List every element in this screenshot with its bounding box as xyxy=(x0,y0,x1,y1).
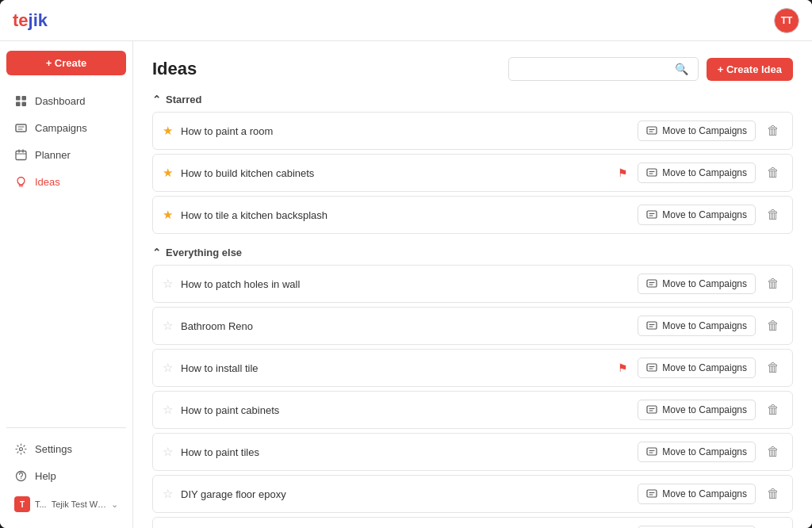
delete-button[interactable]: 🗑 xyxy=(764,274,783,294)
svg-rect-4 xyxy=(16,124,26,132)
svg-rect-14 xyxy=(647,364,657,371)
star-filled-icon[interactable]: ★ xyxy=(163,124,173,138)
sidebar-item-help[interactable]: Help xyxy=(6,463,126,488)
sidebar-item-planner[interactable]: Planner xyxy=(6,142,126,167)
delete-button[interactable]: 🗑 xyxy=(764,442,783,462)
star-empty-icon[interactable]: ☆ xyxy=(163,487,173,501)
workspace-row[interactable]: T T... Tejik Test Wo... ⌄ xyxy=(6,490,126,518)
list-item: ☆ How to paint cabinets Move to Campaign… xyxy=(152,391,793,429)
svg-rect-10 xyxy=(647,169,657,176)
delete-button[interactable]: 🗑 xyxy=(764,484,783,504)
delete-button[interactable]: 🗑 xyxy=(764,358,783,378)
list-item: ★ How to tile a kitchen backsplash Move … xyxy=(152,196,793,234)
campaigns-icon xyxy=(646,209,657,220)
campaigns-icon xyxy=(646,488,657,499)
sidebar-item-label-dashboard: Dashboard xyxy=(35,95,86,107)
move-to-campaigns-button[interactable]: Move to Campaigns xyxy=(638,400,756,420)
star-empty-icon[interactable]: ☆ xyxy=(163,319,173,333)
workspace-icon: T xyxy=(14,496,30,512)
idea-title: How to patch holes in wall xyxy=(181,278,617,290)
idea-title: Bathroom Reno xyxy=(181,320,617,332)
other-ideas-list: ☆ How to patch holes in wall Move to Cam… xyxy=(152,265,793,528)
idea-title: DIY garage floor epoxy xyxy=(181,488,617,500)
lightbulb-icon xyxy=(14,175,27,188)
move-to-campaigns-button[interactable]: Move to Campaigns xyxy=(638,358,756,378)
starred-ideas-list: ★ How to paint a room Move to Campaigns … xyxy=(152,112,793,234)
chevron-up-icon: ⌃ xyxy=(152,94,161,105)
idea-title: How to paint cabinets xyxy=(181,404,617,416)
app-body: + Create Dashboard xyxy=(0,41,812,528)
campaigns-icon xyxy=(646,167,657,178)
star-empty-icon[interactable]: ☆ xyxy=(163,445,173,459)
svg-point-8 xyxy=(20,477,21,478)
delete-button[interactable]: 🗑 xyxy=(764,205,783,225)
sidebar-item-settings[interactable]: Settings xyxy=(6,436,126,461)
nav-items: Dashboard Campaigns xyxy=(6,88,126,419)
svg-rect-9 xyxy=(647,127,657,134)
idea-title: How to paint tiles xyxy=(181,446,617,458)
svg-rect-13 xyxy=(647,322,657,329)
list-item: ☆ Bathroom Reno Move to Campaigns 🗑 xyxy=(152,307,793,345)
sidebar-item-ideas[interactable]: Ideas xyxy=(6,169,126,194)
move-to-campaigns-button[interactable]: Move to Campaigns xyxy=(638,121,756,141)
list-item: ☆ How to patch holes in wall Move to Cam… xyxy=(152,265,793,303)
avatar[interactable]: TT xyxy=(774,8,799,33)
sidebar-item-dashboard[interactable]: Dashboard xyxy=(6,88,126,113)
chevron-up-icon: ⌃ xyxy=(152,247,161,258)
delete-button[interactable]: 🗑 xyxy=(764,121,783,141)
svg-rect-0 xyxy=(16,96,21,101)
move-to-campaigns-button[interactable]: Move to Campaigns xyxy=(638,163,756,183)
calendar-icon xyxy=(14,148,27,161)
delete-button[interactable]: 🗑 xyxy=(764,163,783,183)
idea-title: How to tile a kitchen backsplash xyxy=(181,209,617,221)
svg-rect-12 xyxy=(647,280,657,287)
main-header: Ideas 🔍 + Create Idea xyxy=(152,57,793,81)
star-filled-icon[interactable]: ★ xyxy=(163,166,173,180)
list-item: ☆ How to install tile ⚑ Move to Campaign… xyxy=(152,349,793,387)
star-filled-icon[interactable]: ★ xyxy=(163,208,173,222)
settings-icon xyxy=(14,442,27,455)
svg-rect-16 xyxy=(647,448,657,455)
app-screen: tejik TT + Create Dashboard xyxy=(0,0,812,528)
campaigns-icon xyxy=(646,278,657,289)
star-empty-icon[interactable]: ☆ xyxy=(163,361,173,375)
starred-section-header[interactable]: ⌃ Starred xyxy=(152,94,793,105)
starred-section-label: Starred xyxy=(166,94,202,105)
list-item: ☆ How to paint tiles Move to Campaigns 🗑 xyxy=(152,433,793,471)
list-item: ☆ How to make a simple desk Move to Camp… xyxy=(152,517,793,528)
create-idea-button[interactable]: + Create Idea xyxy=(707,58,793,81)
campaigns-icon xyxy=(646,446,657,457)
move-to-campaigns-button[interactable]: Move to Campaigns xyxy=(638,316,756,336)
logo: tejik xyxy=(13,10,48,31)
move-to-campaigns-button[interactable]: Move to Campaigns xyxy=(638,484,756,504)
logo-te: te xyxy=(13,10,29,30)
star-empty-icon[interactable]: ☆ xyxy=(163,277,173,291)
flag-icon: ⚑ xyxy=(618,362,628,374)
idea-title: How to install tile xyxy=(181,362,618,374)
move-to-campaigns-button[interactable]: Move to Campaigns xyxy=(638,205,756,225)
sidebar-item-campaigns[interactable]: Campaigns xyxy=(6,115,126,140)
grid-icon xyxy=(14,94,27,107)
star-empty-icon[interactable]: ☆ xyxy=(163,403,173,417)
idea-title: How to paint a room xyxy=(181,125,617,137)
search-icon: 🔍 xyxy=(675,63,688,75)
create-button[interactable]: + Create xyxy=(6,51,126,75)
everything-else-section-header[interactable]: ⌃ Everything else xyxy=(152,247,793,258)
delete-button[interactable]: 🗑 xyxy=(764,316,783,336)
svg-rect-2 xyxy=(16,101,21,106)
workspace-short: T... xyxy=(35,499,47,509)
move-to-campaigns-button[interactable]: Move to Campaigns xyxy=(638,274,756,294)
sidebar-item-label-help: Help xyxy=(35,470,56,482)
sidebar-item-label-settings: Settings xyxy=(35,443,72,455)
sidebar-item-label-campaigns: Campaigns xyxy=(35,122,87,134)
delete-button[interactable]: 🗑 xyxy=(764,400,783,420)
search-box: 🔍 xyxy=(508,57,699,81)
campaign-icon xyxy=(14,121,27,134)
campaigns-icon xyxy=(646,404,657,415)
campaigns-icon xyxy=(646,362,657,373)
move-to-campaigns-button[interactable]: Move to Campaigns xyxy=(638,442,756,462)
svg-rect-15 xyxy=(647,406,657,413)
everything-else-section-label: Everything else xyxy=(166,247,242,258)
svg-rect-1 xyxy=(21,96,26,101)
search-input[interactable] xyxy=(515,63,670,75)
